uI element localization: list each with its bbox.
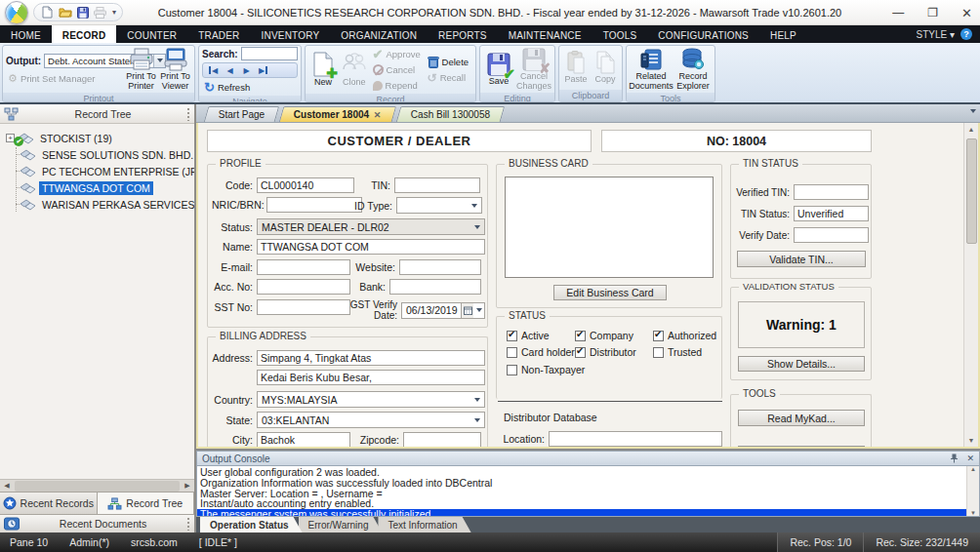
- country-select[interactable]: MYS:MALAYSIA: [257, 391, 485, 408]
- checkbox-authorized[interactable]: Authorized: [653, 330, 716, 341]
- tab-inventory[interactable]: INVENTORY: [251, 25, 331, 43]
- bank-input[interactable]: [389, 279, 481, 295]
- tree-item[interactable]: WARISAN PERKASA SERVICES: [6, 196, 194, 213]
- tab-record-tree[interactable]: Record Tree: [98, 493, 195, 514]
- help-icon[interactable]: ?: [960, 28, 972, 40]
- distributor-location-input[interactable]: [549, 431, 722, 447]
- close-tab-icon[interactable]: ✕: [374, 110, 382, 120]
- tree-item[interactable]: SENSE SOLUTIONS SDN. BHD.: [6, 146, 194, 163]
- name-input[interactable]: TTWANGSA DOT COM: [257, 239, 485, 255]
- tab-recent-records[interactable]: Recent Records: [0, 493, 98, 514]
- output-console-header[interactable]: Output Console ✕: [196, 451, 980, 466]
- verified-tin-input[interactable]: [794, 184, 869, 200]
- state-select[interactable]: 03:KELANTAN: [257, 412, 485, 428]
- tin-input[interactable]: [394, 177, 480, 193]
- scrollbar-thumb[interactable]: [15, 481, 180, 492]
- sst-no-input[interactable]: [257, 299, 350, 315]
- code-input[interactable]: CL0000140: [257, 177, 354, 193]
- scroll-up-icon[interactable]: ▲: [968, 123, 975, 136]
- recent-documents-bar[interactable]: Recent Documents: [0, 514, 194, 532]
- new-button[interactable]: ✚ New: [308, 51, 338, 89]
- search-input[interactable]: [241, 47, 298, 60]
- related-documents-button[interactable]: Related Documents: [630, 47, 673, 92]
- repend-button[interactable]: Repend: [371, 78, 424, 93]
- scroll-left-icon[interactable]: ◀: [0, 482, 14, 490]
- pin-icon[interactable]: [950, 453, 959, 463]
- cancel-button[interactable]: Cancel: [371, 62, 424, 77]
- tab-list-dropdown-icon[interactable]: [970, 109, 976, 113]
- console-tab-operation-status[interactable]: Operation Status: [200, 517, 303, 532]
- paste-button[interactable]: Paste: [562, 50, 590, 86]
- tab-home[interactable]: HOME: [0, 25, 52, 43]
- scroll-up-icon[interactable]: ▲: [970, 466, 976, 472]
- tab-tools[interactable]: TOOLS: [592, 25, 648, 43]
- close-icon[interactable]: ✕: [961, 6, 972, 20]
- copy-button[interactable]: Copy: [592, 50, 619, 86]
- console-scrollbar[interactable]: ▲ ▼: [966, 466, 979, 516]
- checkbox-trusted[interactable]: Trusted: [653, 346, 702, 358]
- new-page-icon[interactable]: [40, 5, 55, 20]
- checkbox-active[interactable]: Active: [507, 330, 550, 341]
- style-button[interactable]: STYLE ▾: [917, 29, 956, 40]
- record-tree-header[interactable]: Record Tree: [0, 104, 194, 124]
- city-input[interactable]: Bachok: [257, 432, 350, 448]
- dropdown-arrow-icon[interactable]: [473, 308, 484, 312]
- read-mykad-button[interactable]: Read MyKad...: [738, 410, 865, 426]
- edit-business-card-button[interactable]: Edit Business Card: [553, 285, 667, 300]
- print-set-manager-button[interactable]: ⚙ Print Set Manager: [6, 71, 123, 86]
- print-to-printer-button[interactable]: Print To Printer: [125, 47, 157, 92]
- recall-button[interactable]: ↺ Recall: [426, 70, 472, 85]
- id-type-select[interactable]: [396, 197, 482, 214]
- validate-tin-button[interactable]: Validate TIN...: [737, 251, 866, 267]
- scrollbar-thumb[interactable]: [966, 138, 977, 244]
- doctab-cash-bill[interactable]: Cash Bill 1300058: [396, 106, 506, 122]
- minimize-icon[interactable]: —: [892, 6, 904, 20]
- nav-next-icon[interactable]: ▶: [239, 64, 254, 76]
- email-input[interactable]: [257, 259, 350, 275]
- cancel-changes-button[interactable]: ✘ Cancel Changes: [516, 47, 551, 92]
- show-details-button[interactable]: Show Details...: [738, 356, 865, 372]
- scroll-down-icon[interactable]: ▼: [970, 510, 976, 516]
- tab-reports[interactable]: REPORTS: [428, 25, 498, 43]
- close-console-icon[interactable]: ✕: [966, 453, 974, 463]
- acc-no-input[interactable]: [257, 279, 350, 295]
- print-to-viewer-button[interactable]: Print To Viewer: [159, 47, 191, 92]
- checkbox-non-taxpayer[interactable]: Non-Taxpayer: [507, 364, 585, 375]
- save-button[interactable]: ✔ Save: [483, 52, 514, 88]
- zipcode-input[interactable]: [403, 432, 481, 448]
- checkbox-company[interactable]: Company: [575, 330, 633, 341]
- tree-item[interactable]: PC TECHCOM ENTERPRISE (JR004313: [6, 163, 194, 179]
- tab-maintenance[interactable]: MAINTENANCE: [498, 25, 592, 43]
- sidebar-horizontal-scrollbar[interactable]: ◀ ▶: [0, 479, 194, 492]
- print-icon[interactable]: [93, 5, 107, 20]
- verify-date-input[interactable]: [794, 227, 869, 243]
- tab-organization[interactable]: ORGANIZATION: [330, 25, 428, 43]
- delete-button[interactable]: Delete: [426, 55, 472, 69]
- open-folder-icon[interactable]: [58, 5, 72, 20]
- qat-dropdown-icon[interactable]: ▾: [112, 8, 116, 17]
- nav-prev-icon[interactable]: ◀: [223, 64, 237, 76]
- checkbox-card-holder[interactable]: Card holder: [507, 346, 575, 358]
- address-line2-input[interactable]: Kedai Beris Kubu Besar,: [257, 370, 485, 385]
- scroll-right-icon[interactable]: ▶: [181, 482, 194, 490]
- restore-icon[interactable]: ❐: [927, 6, 938, 20]
- address-line1-input[interactable]: Simpang 4, Tingkat Atas: [257, 350, 485, 366]
- app-logo-icon[interactable]: [5, 1, 28, 24]
- tab-trader[interactable]: TRADER: [187, 25, 250, 43]
- console-tab-text-information[interactable]: Text Information: [378, 517, 470, 532]
- record-explorer-button[interactable]: Record Explorer: [674, 47, 712, 92]
- doctab-customer[interactable]: Customer 18004 ✕: [279, 106, 396, 122]
- console-tab-error-warning[interactable]: Error/Warning: [299, 517, 383, 532]
- console-line-selected[interactable]: The messenger system was successfully in…: [197, 509, 979, 517]
- clone-button[interactable]: Clone: [340, 51, 369, 89]
- approve-button[interactable]: ✔ Approve: [371, 47, 424, 61]
- nav-last-icon[interactable]: ▶: [256, 64, 270, 76]
- tab-counter[interactable]: COUNTER: [116, 25, 187, 43]
- gst-verify-date-input[interactable]: 06/13/2019: [401, 302, 485, 319]
- tab-help[interactable]: HELP: [759, 25, 807, 43]
- tab-record[interactable]: RECORD: [52, 25, 117, 43]
- checkbox-distributor[interactable]: Distributor: [575, 346, 636, 358]
- status-select[interactable]: MASTER DEALER - DLR02: [257, 218, 485, 235]
- panel-grip[interactable]: [186, 107, 190, 121]
- nric-input[interactable]: [266, 197, 362, 213]
